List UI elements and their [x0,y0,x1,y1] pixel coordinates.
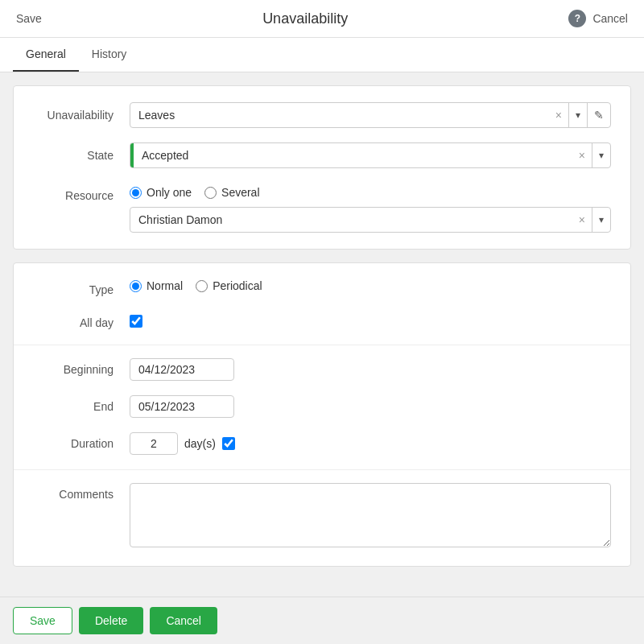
comments-row: Comments [33,483,611,550]
unavailability-dropdown-icon[interactable]: ▾ [568,103,587,127]
top-save-link[interactable]: Save [16,12,42,25]
beginning-input[interactable] [130,358,234,381]
resource-dropdown-icon[interactable]: ▾ [592,208,610,232]
top-right-actions: ? Cancel [568,10,628,27]
type-label: Type [33,283,130,296]
unavailability-edit-icon[interactable]: ✎ [587,103,610,127]
type-periodical-label: Periodical [213,279,262,292]
tab-general[interactable]: General [13,38,79,72]
comments-label: Comments [33,483,130,501]
resource-several-radio[interactable] [204,187,217,199]
unavailability-control: Leaves × ▾ ✎ [130,102,611,128]
allday-checkbox[interactable] [130,315,142,328]
state-select[interactable]: Accepted × ▾ [130,142,611,168]
resource-label: Resource [33,186,130,202]
state-control: Accepted × ▾ [130,142,611,168]
top-bar: Save Unavailability ? Cancel [0,0,644,38]
beginning-row: Beginning [33,358,611,381]
card-general-bottom: Type Normal Periodical All day [13,262,631,567]
state-row: State Accepted × ▾ [33,142,611,168]
end-row: End [33,395,611,418]
type-periodical-option[interactable]: Periodical [196,279,262,292]
allday-row: All day [33,315,611,330]
state-label: State [33,149,130,162]
type-periodical-radio[interactable] [196,280,208,292]
duration-input[interactable] [130,432,178,455]
card-general-top: Unavailability Leaves × ▾ ✎ State Accept… [13,85,631,250]
resource-radio-group: Only one Several [130,186,611,199]
unavailability-select[interactable]: Leaves × ▾ ✎ [130,102,611,128]
page-title: Unavailability [262,10,348,27]
resource-control: Only one Several Christian Damon × ▾ [130,186,611,233]
delete-button[interactable]: Delete [79,607,143,634]
comments-control [130,483,611,550]
resource-person-value: Christian Damon [130,208,572,231]
resource-only-one-label: Only one [147,186,192,199]
unavailability-value: Leaves [130,104,549,126]
end-input[interactable] [130,395,234,418]
top-cancel-link[interactable]: Cancel [592,12,628,25]
type-radio-group: Normal Periodical [130,279,611,292]
tab-history[interactable]: History [79,38,140,72]
resource-several-label: Several [221,186,259,199]
resource-clear-icon[interactable]: × [572,208,592,232]
duration-control: day(s) [130,432,611,455]
save-button[interactable]: Save [13,607,72,634]
resource-person-select[interactable]: Christian Damon × ▾ [130,207,611,233]
cancel-button[interactable]: Cancel [150,607,217,634]
type-control: Normal Periodical [130,279,611,300]
end-label: End [33,400,130,413]
resource-row: Resource Only one Several Christian Damo… [33,183,611,233]
duration-wrap: day(s) [130,432,611,455]
duration-row: Duration day(s) [33,432,611,455]
type-normal-option[interactable]: Normal [130,279,183,292]
state-clear-icon[interactable]: × [572,143,592,167]
resource-only-one-option[interactable]: Only one [130,186,192,199]
duration-checkbox[interactable] [222,437,235,450]
tabs-bar: General History [0,38,644,72]
unavailability-clear-icon[interactable]: × [549,103,568,127]
allday-label: All day [33,316,130,329]
beginning-label: Beginning [33,363,130,376]
type-normal-label: Normal [147,279,183,292]
help-icon[interactable]: ? [568,10,586,27]
state-dropdown-icon[interactable]: ▾ [592,143,610,167]
unavailability-row: Unavailability Leaves × ▾ ✎ [33,102,611,128]
end-control [130,395,611,418]
state-value: Accepted [134,144,572,167]
duration-unit-label: day(s) [184,437,216,450]
type-normal-radio[interactable] [130,280,142,292]
resource-several-option[interactable]: Several [204,186,259,199]
unavailability-label: Unavailability [33,109,130,122]
type-row: Type Normal Periodical [33,279,611,300]
beginning-control [130,358,611,381]
divider [14,345,630,345]
main-content: Unavailability Leaves × ▾ ✎ State Accept… [0,72,644,597]
bottom-bar: Save Delete Cancel [0,597,644,644]
resource-only-one-radio[interactable] [130,187,142,199]
duration-label: Duration [33,437,130,450]
divider-2 [14,469,630,470]
comments-textarea[interactable] [130,483,611,547]
allday-control [130,315,611,330]
